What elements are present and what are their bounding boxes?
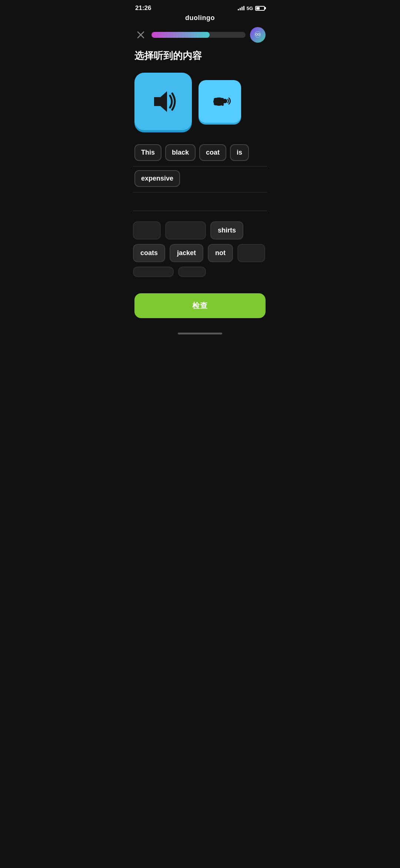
carrier-label: 5G — [247, 6, 253, 11]
progress-fill — [151, 32, 210, 38]
app-title: duolingo — [128, 14, 272, 22]
bank-chip-used-3 — [237, 244, 265, 262]
status-icons: 5G — [238, 6, 265, 11]
bank-chip-used-2 — [165, 221, 206, 240]
home-indicator — [128, 329, 272, 339]
answer-word-this[interactable]: This — [134, 144, 161, 161]
battery-icon — [255, 6, 265, 11]
bank-chip-used-5 — [178, 267, 206, 277]
empty-answer-row — [133, 192, 267, 211]
normal-speed-audio-button[interactable] — [134, 73, 192, 130]
check-button-wrap: 检查 — [128, 284, 272, 329]
close-button[interactable] — [134, 29, 147, 41]
svg-marker-2 — [154, 91, 167, 112]
answer-row-2: expensive — [133, 166, 267, 192]
answer-area: This black coat is expensive — [128, 141, 272, 192]
bank-chip-not[interactable]: not — [208, 244, 233, 262]
question-title: 选择听到的内容 — [128, 46, 272, 69]
answer-word-is[interactable]: is — [230, 144, 249, 161]
progress-bar — [151, 32, 246, 38]
bank-chip-used-1 — [133, 221, 161, 240]
slow-speed-audio-button[interactable] — [199, 80, 241, 123]
answer-word-expensive[interactable]: expensive — [134, 170, 180, 187]
home-bar — [178, 333, 222, 334]
status-bar: 21:26 5G — [128, 0, 272, 13]
audio-buttons-area — [128, 69, 272, 141]
answer-word-coat[interactable]: coat — [199, 144, 226, 161]
answer-row-1: This black coat is — [133, 141, 267, 166]
signal-icon — [238, 6, 244, 10]
time-display: 21:26 — [135, 4, 151, 12]
answer-word-black[interactable]: black — [165, 144, 196, 161]
bank-chip-shirts[interactable]: shirts — [210, 221, 243, 240]
bank-chip-coats[interactable]: coats — [133, 244, 165, 262]
bank-chip-used-4 — [133, 267, 174, 277]
check-button[interactable]: 检查 — [134, 293, 266, 318]
heart-icon: ♾ — [250, 27, 266, 43]
word-bank: shirts coats jacket not — [128, 211, 272, 284]
bank-chip-jacket[interactable]: jacket — [170, 244, 203, 262]
header-row: ♾ — [128, 22, 272, 46]
